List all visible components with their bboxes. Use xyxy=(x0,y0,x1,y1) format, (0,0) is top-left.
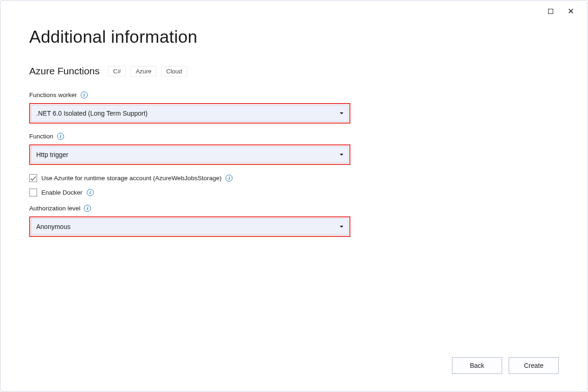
enable-docker-checkbox[interactable] xyxy=(29,189,37,196)
enable-docker-row: Enable Docker i xyxy=(29,189,559,196)
chevron-down-icon xyxy=(340,226,343,228)
function-highlight: Http trigger xyxy=(29,144,350,165)
function-label: Function i xyxy=(29,133,559,140)
functions-worker-dropdown[interactable]: .NET 6.0 Isolated (Long Term Support) xyxy=(31,105,349,122)
functions-worker-label-text: Functions worker xyxy=(29,91,77,98)
authorization-level-label-text: Authorization level xyxy=(29,205,80,212)
authorization-level-label: Authorization level i xyxy=(29,205,559,212)
authorization-level-dropdown[interactable]: Anonymous xyxy=(31,218,349,235)
subtitle-row: Azure Functions C# Azure Cloud xyxy=(29,65,559,77)
functions-worker-highlight: .NET 6.0 Isolated (Long Term Support) xyxy=(29,103,350,124)
tag-csharp: C# xyxy=(108,66,126,77)
page-title: Additional information xyxy=(29,27,559,47)
chevron-down-icon xyxy=(340,112,343,114)
authorization-level-value: Anonymous xyxy=(36,223,71,230)
info-icon[interactable]: i xyxy=(226,175,233,182)
authorization-level-highlight: Anonymous xyxy=(29,216,350,237)
function-dropdown[interactable]: Http trigger xyxy=(31,146,349,163)
title-bar: ✕ xyxy=(540,0,588,18)
chevron-down-icon xyxy=(340,154,343,156)
create-button[interactable]: Create xyxy=(509,357,559,374)
function-value: Http trigger xyxy=(36,151,68,158)
footer: Back Create xyxy=(452,357,559,374)
info-icon[interactable]: i xyxy=(84,205,91,212)
functions-worker-label: Functions worker i xyxy=(29,91,559,98)
use-azurite-checkbox[interactable] xyxy=(29,174,37,182)
use-azurite-label: Use Azurite for runtime storage account … xyxy=(41,175,221,182)
tags: C# Azure Cloud xyxy=(108,66,187,77)
dialog-content: Additional information Azure Functions C… xyxy=(0,0,588,237)
tag-cloud: Cloud xyxy=(161,66,187,77)
subtitle: Azure Functions xyxy=(29,65,100,77)
back-button[interactable]: Back xyxy=(452,357,502,374)
use-azurite-row: Use Azurite for runtime storage account … xyxy=(29,174,559,182)
enable-docker-label: Enable Docker xyxy=(41,189,83,196)
maximize-icon xyxy=(548,9,553,14)
info-icon[interactable]: i xyxy=(87,189,94,196)
tag-azure: Azure xyxy=(130,66,156,77)
info-icon[interactable]: i xyxy=(81,91,88,98)
maximize-button[interactable] xyxy=(540,4,561,18)
functions-worker-value: .NET 6.0 Isolated (Long Term Support) xyxy=(36,110,148,117)
close-icon: ✕ xyxy=(568,7,574,15)
info-icon[interactable]: i xyxy=(57,133,64,140)
close-button[interactable]: ✕ xyxy=(561,4,581,18)
function-label-text: Function xyxy=(29,133,53,140)
